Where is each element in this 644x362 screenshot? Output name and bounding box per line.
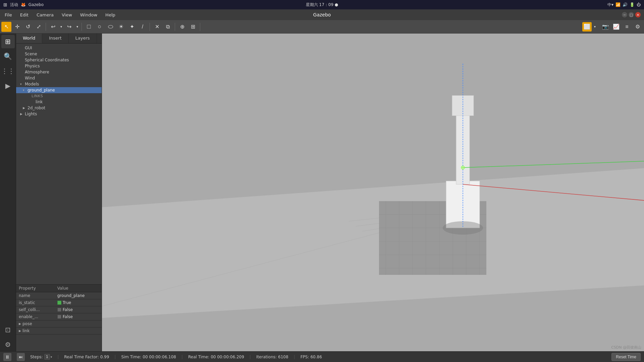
prop-val-5 [55, 327, 102, 335]
tree-physics-label: Physics [25, 64, 40, 68]
activity-git[interactable]: ⋮⋮ [1, 64, 15, 78]
properties-table: Property Value name ground_plane is_stat… [16, 285, 102, 335]
activity-settings[interactable]: ⚙ [1, 338, 15, 351]
tree-gui-label: GUI [25, 46, 32, 50]
system-activities-label: 活动 [10, 2, 18, 8]
menu-help[interactable]: Help [104, 12, 117, 18]
steps-arrow[interactable]: ▾ [51, 355, 52, 359]
undo-button[interactable]: ↩ [48, 22, 58, 32]
grid-button[interactable]: ⊞ [188, 22, 198, 32]
prop-row-link[interactable]: ▶ link [16, 327, 102, 335]
minimize-button[interactable]: ─ [622, 12, 627, 17]
reset-time-button[interactable]: Reset Time [611, 353, 641, 361]
prop-row-pose[interactable]: ▶ pose [16, 320, 102, 327]
tree-lights[interactable]: ▶ Lights [16, 111, 102, 117]
toolbar-sep-2 [82, 23, 82, 31]
checkbox-enable[interactable] [57, 315, 61, 319]
delete-button[interactable]: ✕ [152, 22, 162, 32]
menu-camera[interactable]: Camera [35, 12, 55, 18]
tree-ground-plane[interactable]: ▾ ground_plane [16, 87, 102, 93]
redo-button[interactable]: ↪ [64, 22, 74, 32]
arrow-2drobot: ▶ [23, 106, 26, 110]
prop-name-4: ▶ pose [16, 320, 55, 327]
insert-sphere-button[interactable]: ○ [95, 22, 105, 32]
activity-explorer[interactable]: ⊞ [1, 35, 15, 48]
checkbox-selfcol[interactable] [57, 308, 61, 312]
redo-arrow-button[interactable]: ▾ [75, 22, 79, 32]
sidebar: World Insert Layers GUI Scene Spherical … [16, 34, 102, 351]
tree-wind[interactable]: Wind [16, 75, 102, 81]
activity-extensions[interactable]: ⊡ [1, 323, 15, 337]
checkbox-isstatic[interactable] [57, 301, 61, 305]
insert-box-button[interactable]: □ [84, 22, 94, 32]
tree-physics[interactable]: Physics [16, 63, 102, 69]
select-tool-button[interactable]: ↖ [1, 22, 11, 32]
insert-pointlight-button[interactable]: ✦ [127, 22, 137, 32]
tree-2d-robot[interactable]: ▶ 2d_robot [16, 105, 102, 111]
insert-dirlight-button[interactable]: / [138, 22, 148, 32]
screenshot-button[interactable]: 📷 [600, 22, 610, 32]
tree-atmosphere[interactable]: Atmosphere [16, 69, 102, 75]
sep-5: | [294, 355, 295, 359]
tree-spherical[interactable]: Spherical Coordinates [16, 57, 102, 63]
viewport[interactable]: CSDN @田彼南山 [102, 34, 644, 351]
rtf-display: Real Time Factor: 0.99 [64, 355, 109, 359]
undo-arrow-button[interactable]: ▾ [59, 22, 63, 32]
input-method[interactable]: 中▾ [607, 2, 613, 8]
activity-run[interactable]: ▶ [1, 79, 15, 93]
simtime-label: Sim Time: [121, 355, 141, 359]
power-icon: ⏻ [637, 2, 641, 7]
pause-button[interactable]: ⏸ [3, 353, 11, 361]
insert-sun-button[interactable]: ☀ [116, 22, 126, 32]
copy-button[interactable]: ⧉ [163, 22, 173, 32]
properties-panel: Property Value name ground_plane is_stat… [16, 284, 102, 351]
steps-label: Steps: [30, 355, 43, 359]
fps-value: 60.86 [310, 355, 322, 359]
tab-layers[interactable]: Layers [69, 34, 97, 43]
menu-view[interactable]: View [60, 12, 73, 18]
scale-tool-button[interactable]: ⤢ [34, 22, 44, 32]
tree-gui[interactable]: GUI [16, 45, 102, 51]
topic-button[interactable]: ≡ [622, 22, 632, 32]
prop-col-header: Property [16, 285, 55, 292]
insert-cylinder-button[interactable]: ⬭ [105, 22, 115, 32]
tree-models-label: Models [25, 82, 39, 86]
toolbar: ↖ ✛ ↺ ⤢ ↩ ▾ ↪ ▾ □ ○ ⬭ ☀ ✦ / ✕ ⧉ ⊕ ⊞ ⬜ ▾ … [0, 20, 644, 34]
prop-row-isstatic: is_static True [16, 299, 102, 306]
rotate-tool-button[interactable]: ↺ [23, 22, 33, 32]
menu-file[interactable]: File [3, 12, 13, 18]
tree-scene[interactable]: Scene [16, 51, 102, 57]
view-options-arrow[interactable]: ▾ [592, 22, 597, 32]
rtf-value: 0.99 [100, 355, 109, 359]
datetime: 星期六 17：09 ● [306, 2, 338, 7]
activity-bar: ⊞ 🔍 ⋮⋮ ▶ ⊡ ⚙ [0, 34, 16, 351]
toolbar-sep-1 [46, 23, 46, 31]
arrow-lights: ▶ [20, 112, 23, 116]
value-col-header: Value [55, 285, 102, 292]
settings-button[interactable]: ⚙ [633, 22, 643, 32]
tab-insert[interactable]: Insert [42, 34, 68, 43]
network-icon: 📶 [615, 2, 621, 7]
tree-panel: GUI Scene Spherical Coordinates Physics … [16, 44, 102, 284]
menu-window[interactable]: Window [79, 12, 99, 18]
tabs-row: World Insert Layers [16, 34, 102, 44]
sep-2: | [114, 355, 116, 359]
expand-pose-arrow: ▶ [19, 322, 21, 325]
activities-icon[interactable]: ⊞ [3, 2, 7, 7]
activity-search[interactable]: 🔍 [1, 50, 15, 63]
view-options-button[interactable]: ⬜ [582, 22, 592, 32]
arrow-models: ▾ [20, 82, 23, 86]
plot-button[interactable]: 📈 [611, 22, 621, 32]
tree-atmosphere-label: Atmosphere [25, 70, 49, 74]
axis-button[interactable]: ⊕ [177, 22, 187, 32]
tree-link[interactable]: link [16, 99, 102, 105]
tab-world[interactable]: World [16, 34, 42, 43]
step-button[interactable]: ⏭ [17, 353, 25, 361]
tree-models[interactable]: ▾ Models [16, 81, 102, 87]
menu-edit[interactable]: Edit [19, 12, 30, 18]
close-button[interactable]: ✕ [635, 12, 641, 17]
translate-tool-button[interactable]: ✛ [12, 22, 22, 32]
maximize-button[interactable]: □ [629, 12, 634, 17]
expand-link-arrow: ▶ [19, 329, 21, 333]
fps-display: FPS: 60.86 [301, 355, 322, 359]
